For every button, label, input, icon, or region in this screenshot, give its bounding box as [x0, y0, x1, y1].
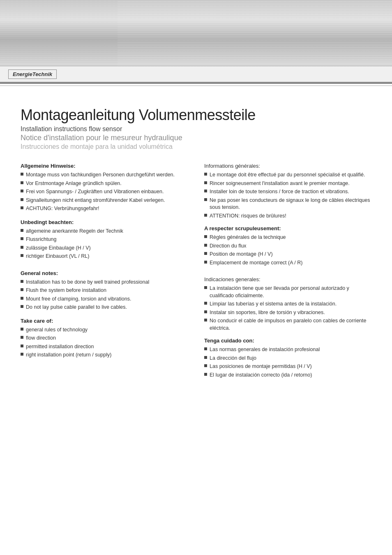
brand-tag: EnergieTechnik [8, 69, 57, 79]
list-item-text: Do not lay pulse cable parallel to live … [26, 304, 188, 311]
list-item-text: Installation has to be done by well trai… [26, 279, 188, 286]
bullet-icon [21, 345, 23, 347]
bullet-icon [21, 297, 23, 300]
bullet-icon [204, 181, 207, 184]
list-item-text: permitted installation direction [26, 343, 188, 351]
list-item: La instalación tiene que ser llevada por… [204, 285, 371, 299]
list-item: Installer loin de toute tensions / force… [204, 188, 371, 196]
list-item-text: Las posiciones de montaje permitidas (H … [210, 363, 371, 370]
divider-thick [0, 82, 392, 84]
left-section4-heading: Take care of: [21, 318, 188, 324]
list-item: Flush the system before installation [21, 287, 188, 294]
list-item-text: ACHTUNG: Verbrühungsgefahr! [26, 205, 188, 213]
list-item: allgemeine anerkannte Regeln der Technik [21, 228, 188, 235]
title-sub2: Notice d'installation pour le mesureur h… [21, 134, 371, 142]
list-item-text: Position de montage (H / V) [210, 251, 371, 258]
list-item-text: Emplacement de montage correct (A / R) [210, 259, 371, 267]
bullet-icon [21, 353, 23, 356]
list-item: flow direction [21, 335, 188, 342]
bullet-icon [204, 319, 207, 321]
list-item: Rincer soigneusement l'installation avan… [204, 180, 371, 187]
right-section1-list: Le montage doit être effectué par du per… [204, 171, 371, 220]
list-item: Mount free of clamping, torsion and vibr… [21, 296, 188, 303]
bullet-icon [204, 190, 207, 192]
list-item-text: Direction du flux [210, 243, 371, 250]
list-item: Frei von Spannungs- / Zugkräften und Vib… [21, 188, 188, 196]
list-item-text: Le montage doit être effectué par du per… [210, 171, 371, 179]
title-sub3: Instrucciones de montaje para la unidad … [21, 143, 371, 150]
list-item-text: allgemeine anerkannte Regeln der Technik [26, 228, 188, 235]
right-section4-list: Las normas generales de instalación prof… [204, 346, 371, 379]
title-main: Montageanleitung Volumenmessteile [21, 106, 371, 124]
list-item: Le montage doit être effectué par du per… [204, 171, 371, 179]
bullet-icon [204, 310, 207, 313]
bullet-icon [21, 198, 23, 201]
bullet-icon [204, 173, 207, 176]
list-item-text: richtiger Einbauort (VL / RL) [26, 253, 188, 260]
list-item: El lugar de instalación correcto (ida / … [204, 372, 371, 379]
two-column-layout: Allgemeine Hinweise: Montage muss von fa… [21, 163, 371, 383]
list-item-text: Las normas generales de instalación prof… [210, 346, 371, 354]
list-item: Flussrichtung [21, 236, 188, 243]
list-item-text: No conducir el cable de impulsos en para… [210, 317, 371, 332]
list-item-text: El lugar de instalación correcto (ida / … [210, 372, 371, 379]
bullet-icon [21, 254, 23, 257]
bullet-icon [21, 288, 23, 291]
list-item: Instalar sin soportes, libre de torsión … [204, 309, 371, 317]
list-item: Las normas generales de instalación prof… [204, 346, 371, 354]
bullet-icon [21, 181, 23, 184]
header-gradient [0, 0, 392, 66]
list-item: Vor Erstmontage Anlage gründlich spülen. [21, 180, 188, 187]
list-item: Ne pas poser les conducteurs de signaux … [204, 197, 371, 211]
left-section4-list: general rules of technology flow directi… [21, 326, 188, 359]
left-section1-list: Montage muss von fachkundigen Personen d… [21, 171, 188, 213]
bullet-icon [21, 280, 23, 283]
list-item: Installation has to be done by well trai… [21, 279, 188, 286]
list-item: zulässige Einbaulage (H / V) [21, 245, 188, 252]
list-item-text: Frei von Spannungs- / Zugkräften und Vib… [26, 188, 188, 196]
bullet-icon [21, 246, 23, 249]
list-item-text: Signalleitungen nicht entlang stromführe… [26, 197, 188, 204]
header-dividers [0, 82, 392, 86]
bullet-icon [21, 173, 23, 176]
list-item: No conducir el cable de impulsos en para… [204, 317, 371, 332]
left-column: Allgemeine Hinweise: Montage muss von fa… [21, 163, 188, 383]
right-section1-heading: Informations générales: [204, 163, 371, 169]
list-item-text: La instalación tiene que ser llevada por… [210, 285, 371, 299]
list-item: Position de montage (H / V) [204, 251, 371, 258]
right-section2-heading: A respecter scrupuleusement: [204, 225, 371, 231]
title-sub1: Installation instructions flow sensor [21, 125, 371, 133]
list-item-text: Mount free of clamping, torsion and vibr… [26, 296, 188, 303]
left-section3-list: Installation has to be done by well trai… [21, 279, 188, 311]
list-item: ATTENTION: risques de brûlures! [204, 213, 371, 220]
list-item-text: Flussrichtung [26, 236, 188, 243]
bullet-icon [204, 252, 207, 255]
bullet-icon [204, 302, 207, 305]
title-block: Montageanleitung Volumenmessteile Instal… [21, 106, 371, 150]
left-section3-heading: General notes: [21, 270, 188, 276]
bullet-icon [204, 364, 207, 367]
left-section2-heading: Unbedingt beachten: [21, 219, 188, 225]
bullet-icon [21, 190, 23, 192]
brand-bar: EnergieTechnik [0, 66, 392, 82]
list-item: right installation point (return / suppl… [21, 352, 188, 359]
divider-thin [0, 86, 392, 86]
list-item: Limpiar las tuberías y el sistema antes … [204, 301, 371, 308]
bullet-icon [204, 347, 207, 350]
list-item-text: Règles générales de la technique [210, 234, 371, 241]
list-item-text: Ne pas poser les conducteurs de signaux … [210, 197, 371, 211]
main-content: Montageanleitung Volumenmessteile Instal… [0, 94, 392, 399]
bullet-icon [204, 286, 207, 289]
right-section3-list: La instalación tiene que ser llevada por… [204, 285, 371, 332]
bullet-icon [204, 244, 207, 247]
right-column: Informations générales: Le montage doit … [204, 163, 371, 383]
list-item-text: general rules of technology [26, 326, 188, 334]
list-item: Direction du flux [204, 243, 371, 250]
bullet-icon [21, 237, 23, 240]
list-item-text: Rincer soigneusement l'installation avan… [210, 180, 371, 187]
list-item-text: zulässige Einbaulage (H / V) [26, 245, 188, 252]
list-item: Règles générales de la technique [204, 234, 371, 241]
list-item: richtiger Einbauort (VL / RL) [21, 253, 188, 260]
list-item-text: right installation point (return / suppl… [26, 352, 188, 359]
bullet-icon [204, 356, 207, 359]
